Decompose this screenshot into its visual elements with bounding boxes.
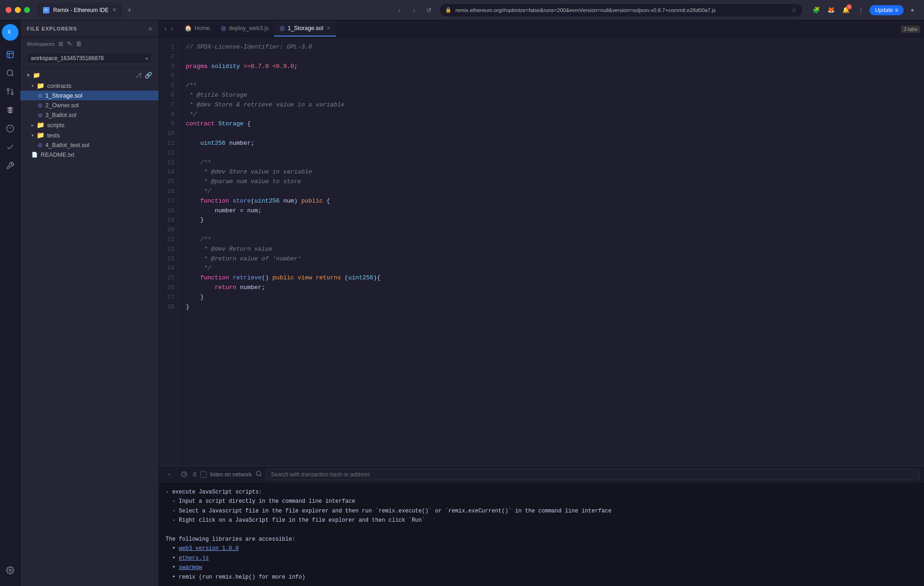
home-icon: 🏠: [184, 25, 192, 31]
code-line-9: contract Storage {: [186, 119, 917, 129]
terminal-line: - Input a script directly in the command…: [165, 497, 918, 506]
nav-forward-button[interactable]: ›: [408, 4, 421, 17]
tab-1-storage[interactable]: ◎ 1_Storage.sol ✕: [274, 21, 336, 37]
tab-nav-left[interactable]: ‹: [163, 24, 168, 33]
scripts-folder[interactable]: ▸ 📁 scripts: [20, 120, 159, 130]
address-text: remix.ethereum.org/#optimize=false&runs=…: [455, 7, 788, 13]
terminal-search-icon[interactable]: [256, 470, 262, 478]
file-2-owner-sol[interactable]: ◎ 2_Owner.sol: [20, 100, 159, 110]
debug-rail-icon[interactable]: [2, 120, 18, 137]
code-line-26: return number;: [186, 283, 917, 293]
search-rail-icon[interactable]: [2, 65, 18, 81]
notification-button[interactable]: 🔔 2: [840, 4, 852, 16]
terminal-line: • ethers.js: [165, 554, 918, 563]
tab-deploy-web3[interactable]: ◎ deploy_web3.js: [215, 21, 274, 37]
tests-folder-label: tests: [47, 132, 60, 139]
workspace-header-actions: ⊞ ✎ 🗑: [58, 40, 82, 47]
file-4-ballot-test-label: 4_Ballot_test.sol: [45, 142, 89, 148]
browser-tab-remix[interactable]: R Remix - Ethereum IDE ✕: [37, 3, 122, 18]
deploy-rail-icon[interactable]: [2, 139, 18, 155]
code-line-13: /**: [186, 158, 917, 168]
browser-tab-close[interactable]: ✕: [112, 7, 116, 13]
lock-icon: 🔒: [445, 7, 452, 13]
minimize-window-button[interactable]: [15, 7, 21, 13]
terminal-line: • remix (run remix.help() for more info): [165, 573, 918, 582]
file-1-storage-label: 1_Storage.sol: [45, 92, 82, 99]
maximize-window-button[interactable]: [24, 7, 30, 13]
tests-folder[interactable]: ▾ 📁 tests: [20, 130, 159, 140]
svg-point-3: [7, 70, 12, 75]
new-tab-button[interactable]: +: [124, 5, 135, 16]
code-line-11: uint256 number;: [186, 139, 917, 148]
file-3-ballot-sol[interactable]: ◎ 3_Ballot.sol: [20, 110, 159, 120]
delete-workspace-icon[interactable]: 🗑: [76, 40, 82, 47]
browser-tab-label: Remix - Ethereum IDE: [53, 7, 109, 13]
collapse-panel-button[interactable]: ≡: [148, 25, 152, 32]
txt-file-icon: 📄: [31, 152, 38, 158]
terminal-collapse-button[interactable]: [164, 469, 175, 480]
chevron-down-icon: ▾: [31, 133, 34, 138]
more-tools-button[interactable]: ⋮: [855, 4, 867, 16]
file-explorer-rail-icon[interactable]: [2, 46, 18, 63]
terminal-history-button[interactable]: [178, 469, 190, 480]
solidity-rail-icon[interactable]: [2, 102, 18, 118]
extensions-button[interactable]: 🧩: [810, 4, 822, 16]
close-window-button[interactable]: [6, 7, 12, 13]
terminal-content: - execute JavaScript scripts: - Input a …: [159, 483, 924, 586]
create-workspace-icon[interactable]: ⊞: [58, 40, 63, 47]
tab-nav-right[interactable]: ›: [169, 24, 175, 33]
edit-workspace-icon[interactable]: ✎: [67, 40, 72, 47]
workspace-selector[interactable]: workspace_16345735186878 ▾: [20, 49, 159, 68]
bookmark-icon[interactable]: ☆: [791, 6, 797, 13]
workspace-dropdown[interactable]: workspace_16345735186878 ▾: [27, 53, 152, 64]
git-rail-icon[interactable]: [2, 83, 18, 100]
code-line-20: [186, 225, 917, 235]
sol-file-icon: ◎: [38, 102, 43, 108]
file-1-storage-sol[interactable]: ◎ 1_Storage.sol: [20, 91, 159, 100]
tab-storage-label: 1_Storage.sol: [288, 25, 323, 31]
folder-icon: 📁: [37, 131, 44, 139]
plugin-rail-icon[interactable]: [2, 157, 18, 174]
update-button[interactable]: Update ≡: [869, 5, 904, 15]
code-line-8: */: [186, 110, 917, 120]
code-editor: 1 2 3 4 5 6 7 8 9 10 11 12 13 14 15 16 1…: [159, 37, 924, 466]
settings-rail-icon[interactable]: [2, 562, 18, 579]
code-line-25: function retrieve() public view returns …: [186, 273, 917, 283]
ethers-link[interactable]: ethers.js: [179, 555, 209, 561]
tab-close-button[interactable]: ✕: [327, 25, 330, 31]
file-4-ballot-test-sol[interactable]: ◎ 4_Ballot_test.sol: [20, 140, 159, 150]
code-line-19: }: [186, 216, 917, 225]
code-line-3: pragma solidity >=0.7.0 <0.9.0;: [186, 62, 917, 72]
update-arrow: ≡: [895, 7, 898, 13]
code-line-1: // SPDX-License-Identifier: GPL-3.0: [186, 43, 917, 52]
terminal-search-input[interactable]: [266, 469, 919, 480]
icon-rail-top: [2, 46, 18, 560]
file-3-ballot-label: 3_Ballot.sol: [45, 111, 76, 118]
metamask-button[interactable]: 🦊: [825, 4, 837, 16]
update-label: Update: [875, 7, 893, 13]
swarmgw-link[interactable]: swarmgw: [179, 564, 202, 571]
address-bar[interactable]: 🔒 remix.ethereum.org/#optimize=false&run…: [439, 3, 803, 17]
code-line-18: number = num;: [186, 206, 917, 216]
chevron-right-icon: ▸: [31, 123, 34, 128]
terminal-line: • web3 version 1.0.0: [165, 544, 918, 553]
code-line-17: function store(uint256 num) public {: [186, 197, 917, 206]
nav-back-button[interactable]: ‹: [393, 4, 406, 17]
tab-home[interactable]: 🏠 Home: [179, 21, 215, 37]
tab-nav: ‹ ›: [163, 24, 175, 33]
nav-refresh-button[interactable]: ↺: [422, 4, 435, 17]
code-line-15: * @param num value to store: [186, 177, 917, 187]
browser-tab-bar: R Remix - Ethereum IDE ✕ +: [37, 3, 389, 18]
web3-link[interactable]: web3 version 1.0.0: [179, 545, 239, 552]
code-content[interactable]: // SPDX-License-Identifier: GPL-3.0 prag…: [178, 37, 924, 466]
nav-controls: ‹ › ↺: [393, 4, 435, 17]
listen-network-checkbox[interactable]: [200, 471, 207, 478]
file-readme-txt[interactable]: 📄 README.txt: [20, 150, 159, 160]
contracts-folder[interactable]: ▾ 📁 contracts: [20, 80, 159, 91]
folder-icon: 📁: [37, 82, 44, 89]
code-line-28: }: [186, 302, 917, 312]
icon-rail-bottom: [2, 562, 18, 582]
app-container: R: [0, 20, 924, 586]
code-line-6: * @title Storage: [186, 91, 917, 100]
terminal-line: The following libraries are accessible:: [165, 535, 918, 544]
